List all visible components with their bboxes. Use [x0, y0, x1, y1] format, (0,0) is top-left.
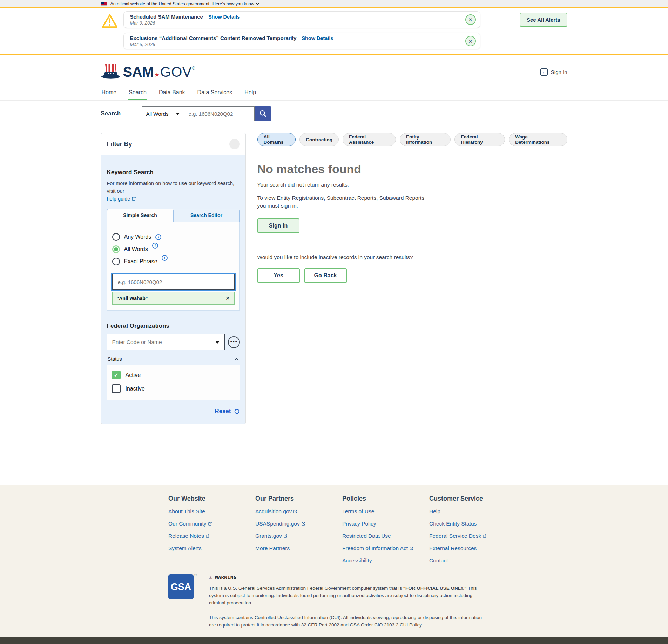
domain-pill-wage-determinations[interactable]: Wage Determinations — [509, 133, 567, 146]
alert-card: Exclusions “Additional Comments” Content… — [123, 33, 480, 49]
external-link-icon — [483, 534, 487, 538]
external-link-icon — [409, 546, 413, 550]
checkbox-inactive-label: Inactive — [126, 386, 145, 392]
footer-link-release-notes[interactable]: Release Notes — [168, 533, 255, 539]
domain-pill-contracting[interactable]: Contracting — [299, 133, 339, 146]
how-you-know-link[interactable]: Here’s how you know — [212, 1, 259, 6]
federal-organizations-select[interactable]: Enter Code or Name — [107, 334, 225, 350]
close-icon[interactable]: ✕ — [465, 14, 476, 25]
alert-show-details-link[interactable]: Show Details — [302, 35, 333, 41]
star-icon: ★ — [154, 71, 160, 79]
chevron-down-icon — [256, 2, 259, 6]
alert-date: Mar 6, 2026 — [130, 42, 465, 47]
footer-link-about-this-site[interactable]: About This Site — [168, 508, 255, 515]
collapse-filter-button[interactable]: − — [229, 139, 240, 149]
footer-column-customer-service: Customer Service Help Check Entity Statu… — [429, 490, 516, 564]
status-heading: Status — [108, 356, 122, 362]
gsa-logo: GSA ® — [168, 574, 194, 599]
footer-link-accessibility[interactable]: Accessibility — [342, 557, 429, 564]
warning-triangle-icon — [102, 13, 118, 29]
radio-any-words-label: Any Words — [124, 234, 151, 240]
nav-item-search[interactable]: Search — [128, 89, 147, 100]
external-link-icon — [131, 196, 136, 201]
search-button[interactable] — [255, 106, 271, 121]
registered-mark: ® — [194, 573, 197, 577]
radio-all-words[interactable] — [112, 245, 120, 253]
primary-nav: Home Search Data Bank Data Services Help — [0, 89, 668, 100]
uncle-sam-hat-icon — [101, 63, 121, 80]
alert-show-details-link[interactable]: Show Details — [208, 14, 240, 20]
tab-simple-search[interactable]: Simple Search — [107, 209, 174, 222]
footer-column-heading: Our Website — [168, 495, 255, 502]
external-link-icon — [205, 534, 210, 538]
global-search-input[interactable] — [184, 106, 255, 121]
footer-link-system-alerts[interactable]: System Alerts — [168, 545, 255, 551]
nav-item-data-bank[interactable]: Data Bank — [158, 89, 186, 100]
logo-gov-text: GOV — [160, 64, 192, 80]
check-icon: ✓ — [114, 372, 119, 378]
footer-column-policies: Policies Terms of Use Privacy Policy Res… — [342, 490, 429, 564]
domain-pill-entity-information[interactable]: Entity Information — [400, 133, 451, 146]
footer-column-heading: Customer Service — [429, 495, 516, 502]
more-options-button[interactable]: ●●● — [228, 336, 240, 348]
checkbox-active[interactable]: ✓ — [112, 371, 121, 379]
footer-link-usaspending-gov[interactable]: USASpending.gov — [255, 521, 342, 527]
radio-exact-phrase-label: Exact Phrase — [124, 258, 157, 265]
status-options-card: ✓ Active Inactive — [107, 365, 240, 400]
reset-icon[interactable] — [234, 408, 240, 414]
keyword-search-input[interactable] — [112, 274, 235, 290]
footer-link-acquisition-gov[interactable]: Acquisition.gov — [255, 508, 342, 515]
footer-link-grants-gov[interactable]: Grants.gov — [255, 533, 342, 539]
footer-link-terms-of-use[interactable]: Terms of Use — [342, 508, 429, 515]
search-icon — [259, 110, 267, 117]
footer-link-contact[interactable]: Contact — [429, 557, 516, 564]
no-matches-title: No matches found — [257, 162, 567, 176]
info-icon[interactable]: i — [155, 234, 161, 240]
chip-remove-icon[interactable]: ✕ — [225, 295, 230, 301]
search-type-select[interactable]: All Words — [142, 106, 184, 121]
domain-pill-all-domains[interactable]: All Domains — [257, 133, 296, 146]
footer-link-restricted-data-use[interactable]: Restricted Data Use — [342, 533, 429, 539]
footer-link-help[interactable]: Help — [429, 508, 516, 515]
usa-gov-banner: An official website of the United States… — [0, 0, 668, 8]
info-icon[interactable]: i — [152, 243, 158, 249]
nav-item-data-services[interactable]: Data Services — [197, 89, 233, 100]
tab-search-editor[interactable]: Search Editor — [173, 209, 240, 222]
footer-link-external-resources[interactable]: External Resources — [429, 545, 516, 551]
sign-in-arrow-icon: ← — [540, 68, 548, 76]
header-sign-in-link[interactable]: ← Sign In — [540, 68, 567, 76]
footer-link-privacy-policy[interactable]: Privacy Policy — [342, 521, 429, 527]
federal-organizations-heading: Federal Organizations — [107, 323, 240, 330]
footer-link-federal-service-desk[interactable]: Federal Service Desk — [429, 533, 516, 539]
footer-link-foia[interactable]: Freedom of Information Act — [342, 545, 429, 551]
text-cursor — [116, 278, 116, 286]
footer-link-check-entity-status[interactable]: Check Entity Status — [429, 521, 516, 527]
radio-exact-phrase[interactable] — [112, 258, 120, 265]
go-back-button[interactable]: Go Back — [304, 268, 347, 283]
yes-button[interactable]: Yes — [257, 268, 300, 283]
reset-filters-link[interactable]: Reset — [215, 408, 231, 415]
external-link-icon — [283, 534, 288, 538]
see-all-alerts-button[interactable]: See All Alerts — [520, 13, 567, 27]
sam-gov-logo[interactable]: SAM ★ GOV ® — [101, 63, 195, 80]
us-flag-icon — [101, 2, 107, 6]
domain-pill-federal-hierarchy[interactable]: Federal Hierarchy — [454, 133, 505, 146]
nav-item-help[interactable]: Help — [244, 89, 257, 100]
inactive-records-question: Would you like to include inactive recor… — [257, 254, 567, 260]
footer-link-our-community[interactable]: Our Community — [168, 521, 255, 527]
main-content: Filter By − Keyword Search For more info… — [0, 127, 668, 485]
info-icon[interactable]: i — [162, 255, 168, 261]
nav-item-home[interactable]: Home — [101, 89, 117, 100]
domain-pill-federal-assistance[interactable]: Federal Assistance — [343, 133, 396, 146]
help-guide-link[interactable]: help guide — [107, 196, 136, 202]
close-icon[interactable]: ✕ — [465, 36, 476, 46]
site-header: SAM ★ GOV ® ← Sign In — [0, 55, 668, 89]
external-link-icon — [208, 522, 212, 526]
minus-icon: − — [233, 141, 236, 147]
radio-any-words[interactable] — [112, 233, 120, 241]
checkbox-inactive[interactable] — [112, 384, 121, 393]
footer-link-more-partners[interactable]: More Partners — [255, 545, 342, 551]
chevron-up-icon[interactable] — [234, 357, 239, 362]
sign-in-button[interactable]: Sign In — [257, 218, 299, 233]
keyword-info-text: For more information on how to use our k… — [107, 181, 234, 194]
